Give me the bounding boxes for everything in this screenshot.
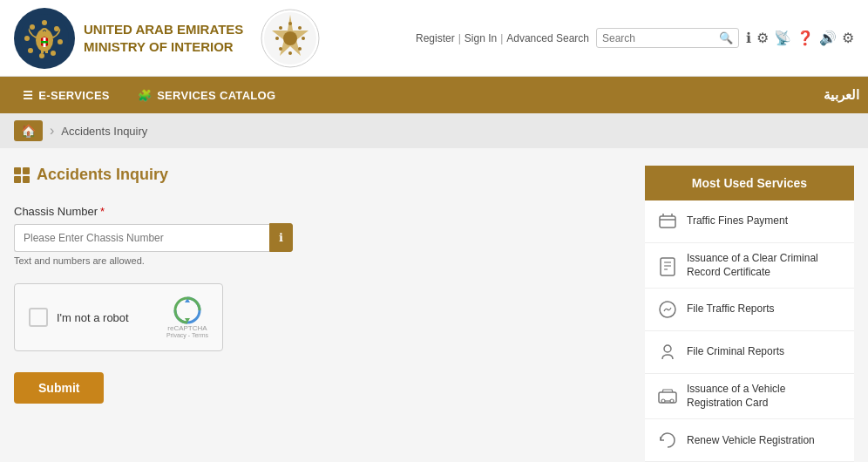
- svg-point-26: [279, 26, 282, 30]
- chassis-number-group: Chassis Number * ℹ Text and numbers are …: [14, 205, 627, 266]
- traffic-reports-label: File Traffic Reports: [687, 302, 774, 316]
- search-box: 🔍: [596, 28, 739, 48]
- svg-point-22: [298, 47, 302, 51]
- main-content: Accidents Inquiry Chassis Number * ℹ Tex…: [0, 148, 868, 462]
- moi-emblem: [259, 7, 322, 70]
- uae-emblem-left: [14, 8, 75, 69]
- svg-point-18: [283, 31, 297, 45]
- breadcrumb-separator: ›: [50, 123, 54, 139]
- chassis-info-button[interactable]: ℹ: [269, 223, 293, 252]
- header-nav-links: Register | Sign In | Advanced Search: [416, 32, 589, 44]
- grid-icon: [14, 167, 30, 183]
- sidebar-item-traffic-fines[interactable]: Traffic Fines Payment: [645, 200, 854, 243]
- services-catalog-label: SERVICES CATALOG: [157, 89, 275, 102]
- recaptcha-privacy: Privacy - Terms: [166, 332, 208, 338]
- home-breadcrumb[interactable]: 🏠: [14, 120, 43, 141]
- help-icon[interactable]: ❓: [797, 30, 814, 46]
- catalog-icon: 🧩: [138, 89, 152, 102]
- chassis-hint: Text and numbers are allowed.: [14, 255, 627, 266]
- svg-point-20: [298, 26, 302, 30]
- svg-rect-31: [661, 258, 675, 275]
- sidebar-item-vehicle-registration-card[interactable]: Issuance of a Vehicle Registration Card: [645, 374, 854, 419]
- navbar: ☰ E-SERVICES 🧩 SERVICES CATALOG العربية: [0, 77, 868, 113]
- required-marker: *: [100, 205, 105, 218]
- org-line2: MINISTRY OF INTERIOR: [84, 38, 243, 56]
- captcha-box: I'm not a robot reCAPTCHA Privacy - Term…: [14, 283, 223, 351]
- site-header: UNITED ARAB EMIRATES MINISTRY OF INTERIO…: [0, 0, 868, 77]
- search-input[interactable]: [602, 32, 715, 44]
- chassis-number-input[interactable]: [14, 224, 269, 252]
- arabic-toggle[interactable]: العربية: [824, 87, 859, 103]
- svg-rect-12: [45, 49, 48, 53]
- svg-point-21: [302, 37, 305, 40]
- traffic-fines-label: Traffic Fines Payment: [687, 214, 788, 228]
- org-title: UNITED ARAB EMIRATES MINISTRY OF INTERIO…: [84, 21, 243, 55]
- volume-icon[interactable]: 🔊: [819, 30, 837, 46]
- chassis-input-wrapper: ℹ: [14, 223, 293, 252]
- captcha-label: I'm not a robot: [57, 311, 158, 324]
- logo-section: UNITED ARAB EMIRATES MINISTRY OF INTERIO…: [14, 7, 322, 70]
- svg-point-1: [42, 20, 47, 25]
- rss-icon[interactable]: 📡: [774, 30, 791, 46]
- eservices-nav[interactable]: ☰ E-SERVICES: [9, 77, 124, 113]
- svg-point-19: [288, 22, 292, 25]
- traffic-fines-icon: [655, 209, 680, 234]
- advanced-search-link[interactable]: Advanced Search: [506, 32, 589, 44]
- header-icon-bar: ℹ ⚙ 📡 ❓ 🔊 ⚙: [746, 30, 854, 46]
- header-right: Register | Sign In | Advanced Search 🔍 ℹ…: [416, 28, 854, 48]
- sign-in-link[interactable]: Sign In: [465, 32, 497, 44]
- criminal-record-label: Issuance of a Clear Criminal Record Cert…: [687, 252, 844, 279]
- breadcrumb: 🏠 › Accidents Inquiry: [0, 113, 868, 148]
- breadcrumb-current: Accidents Inquiry: [61, 125, 147, 138]
- sidebar-header: Most Used Services: [645, 166, 854, 200]
- vehicle-registration-card-label: Issuance of a Vehicle Registration Card: [687, 383, 844, 410]
- info-icon[interactable]: ℹ: [746, 30, 751, 46]
- sidebar-item-traffic-reports[interactable]: File Traffic Reports: [645, 289, 854, 331]
- settings-icon[interactable]: ⚙: [842, 30, 854, 46]
- menu-icon: ☰: [23, 89, 33, 102]
- criminal-reports-label: File Criminal Reports: [687, 345, 784, 359]
- search-button[interactable]: 🔍: [719, 31, 733, 44]
- svg-point-2: [54, 26, 59, 31]
- org-line1: UNITED ARAB EMIRATES: [84, 21, 243, 38]
- renew-vehicle-label: Renew Vehicle Registration: [687, 434, 815, 448]
- recaptcha-icon: [173, 296, 201, 324]
- svg-point-4: [51, 51, 56, 56]
- svg-point-5: [39, 53, 44, 58]
- register-link[interactable]: Register: [416, 32, 455, 44]
- right-sidebar: Most Used Services Traffic Fines Payment…: [645, 166, 854, 462]
- svg-point-8: [30, 24, 35, 30]
- svg-point-36: [664, 345, 671, 352]
- page-title-text: Accidents Inquiry: [37, 166, 168, 184]
- sidebar-item-renew-vehicle[interactable]: Renew Vehicle Registration: [645, 419, 854, 462]
- vehicle-registration-card-icon: [655, 384, 680, 409]
- sidebar-item-criminal-record[interactable]: Issuance of a Clear Criminal Record Cert…: [645, 243, 854, 289]
- accessibility-icon[interactable]: ⚙: [756, 30, 769, 46]
- services-catalog-nav[interactable]: 🧩 SERVICES CATALOG: [124, 77, 290, 113]
- svg-rect-11: [41, 49, 44, 53]
- left-content: Accidents Inquiry Chassis Number * ℹ Tex…: [14, 166, 645, 462]
- criminal-reports-icon: [655, 340, 680, 364]
- captcha-checkbox[interactable]: [29, 308, 48, 327]
- traffic-reports-icon: [655, 297, 680, 322]
- svg-point-3: [58, 39, 63, 44]
- svg-point-10: [41, 28, 48, 35]
- submit-button[interactable]: Submit: [14, 372, 104, 404]
- captcha-logo: reCAPTCHA Privacy - Terms: [166, 296, 208, 338]
- svg-point-25: [275, 37, 279, 40]
- page-title: Accidents Inquiry: [14, 166, 627, 184]
- eservices-label: E-SERVICES: [38, 89, 110, 102]
- svg-point-6: [28, 48, 33, 53]
- recaptcha-brand: reCAPTCHA: [167, 324, 207, 332]
- svg-rect-27: [660, 216, 675, 228]
- svg-point-24: [279, 47, 282, 51]
- renew-vehicle-icon: [655, 428, 680, 452]
- criminal-record-icon: [655, 254, 680, 278]
- svg-rect-14: [41, 41, 48, 44]
- sidebar-item-criminal-reports[interactable]: File Criminal Reports: [645, 331, 854, 374]
- svg-point-23: [288, 51, 292, 55]
- svg-point-7: [24, 36, 30, 41]
- chassis-label: Chassis Number *: [14, 205, 627, 218]
